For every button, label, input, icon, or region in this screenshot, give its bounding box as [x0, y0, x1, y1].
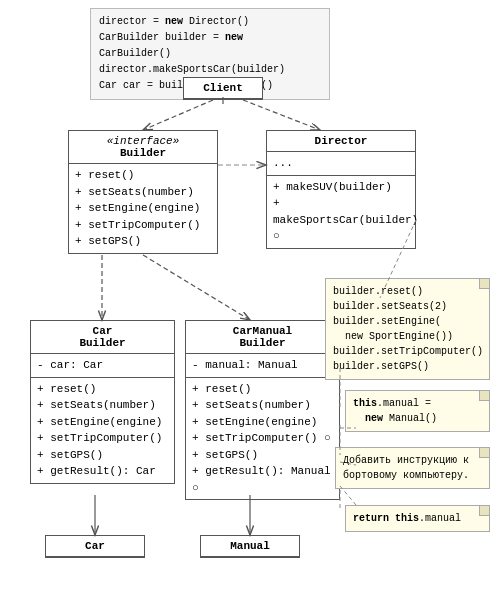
manual-init-note: this.manual = new Manual()	[345, 390, 490, 432]
builder-stereotype: «interface»	[75, 135, 211, 147]
instruction-note-line-2: бортовому компьютеру.	[343, 468, 482, 483]
cmb-method-2: + setSeats(number)	[192, 397, 333, 414]
director-note-line-6: builder.setGPS()	[333, 359, 482, 374]
director-note-line-2: builder.setSeats(2)	[333, 299, 482, 314]
cmb-method-4: + setTripComputer() ○	[192, 430, 333, 447]
instruction-note: Добавить инструкцию к бортовому компьюте…	[335, 447, 490, 489]
director-box: Director ... + makeSUV(builder) + makeSp…	[266, 130, 416, 249]
cb-method-5: + setGPS()	[37, 447, 168, 464]
builder-method-1: + reset()	[75, 167, 211, 184]
code-line-1: director = new Director()	[99, 14, 321, 30]
code-line-3: director.makeSportsCar(builder)	[99, 62, 321, 78]
cb-method-2: + setSeats(number)	[37, 397, 168, 414]
car-manual-builder-methods: + reset() + setSeats(number) + setEngine…	[186, 378, 339, 500]
manual-note-line-2: new Manual()	[353, 411, 482, 426]
builder-methods: + reset() + setSeats(number) + setEngine…	[69, 164, 217, 253]
builder-title: «interface» Builder	[69, 131, 217, 164]
builder-method-2: + setSeats(number)	[75, 184, 211, 201]
return-note-line-1: return this.manual	[353, 511, 482, 526]
cmb-method-3: + setEngine(engine)	[192, 414, 333, 431]
manual-title: Manual	[201, 536, 299, 557]
cb-method-3: + setEngine(engine)	[37, 414, 168, 431]
return-note: return this.manual	[345, 505, 490, 532]
cmb-method-5: + setGPS()	[192, 447, 333, 464]
cmb-method-1: + reset()	[192, 381, 333, 398]
car-manual-builder-fields: - manual: Manual	[186, 354, 339, 378]
director-note: builder.reset() builder.setSeats(2) buil…	[325, 278, 490, 380]
car-builder-fields: - car: Car	[31, 354, 174, 378]
director-method-1: + makeSUV(builder)	[273, 179, 409, 196]
svg-line-0	[143, 100, 213, 130]
client-box: Client	[183, 77, 263, 100]
car-title: Car	[46, 536, 144, 557]
director-note-line-1: builder.reset()	[333, 284, 482, 299]
instruction-note-line-1: Добавить инструкцию к	[343, 453, 482, 468]
code-line-2: CarBuilder builder = new CarBuilder()	[99, 30, 321, 62]
director-methods: + makeSUV(builder) + makeSportsCar(build…	[267, 176, 415, 248]
car-manual-builder-box: CarManualBuilder - manual: Manual + rese…	[185, 320, 340, 500]
client-title: Client	[184, 78, 262, 99]
cb-method-6: + getResult(): Car	[37, 463, 168, 480]
builder-method-4: + setTripComputer()	[75, 217, 211, 234]
director-method-2: + makeSportsCar(builder) ○	[273, 195, 409, 245]
uml-diagram: director = new Director() CarBuilder bui…	[0, 0, 500, 590]
builder-method-3: + setEngine(engine)	[75, 200, 211, 217]
car-builder-title: CarBuilder	[31, 321, 174, 354]
builder-name: Builder	[75, 147, 211, 159]
builder-method-5: + setGPS()	[75, 233, 211, 250]
car-builder-methods: + reset() + setSeats(number) + setEngine…	[31, 378, 174, 483]
car-box: Car	[45, 535, 145, 558]
director-fields: ...	[267, 152, 415, 176]
car-builder-box: CarBuilder - car: Car + reset() + setSea…	[30, 320, 175, 484]
director-note-line-3: builder.setEngine(	[333, 314, 482, 329]
director-field-1: ...	[273, 155, 409, 172]
director-note-line-5: builder.setTripComputer()	[333, 344, 482, 359]
director-note-line-4: new SportEngine())	[333, 329, 482, 344]
svg-line-4	[143, 255, 250, 320]
director-title: Director	[267, 131, 415, 152]
cmb-field-1: - manual: Manual	[192, 357, 333, 374]
builder-box: «interface» Builder + reset() + setSeats…	[68, 130, 218, 254]
cb-method-4: + setTripComputer()	[37, 430, 168, 447]
svg-line-1	[243, 100, 320, 130]
manual-note-line-1: this.manual =	[353, 396, 482, 411]
car-manual-builder-title: CarManualBuilder	[186, 321, 339, 354]
cb-method-1: + reset()	[37, 381, 168, 398]
manual-box: Manual	[200, 535, 300, 558]
car-builder-field-1: - car: Car	[37, 357, 168, 374]
cmb-method-6: + getResult(): Manual ○	[192, 463, 333, 496]
